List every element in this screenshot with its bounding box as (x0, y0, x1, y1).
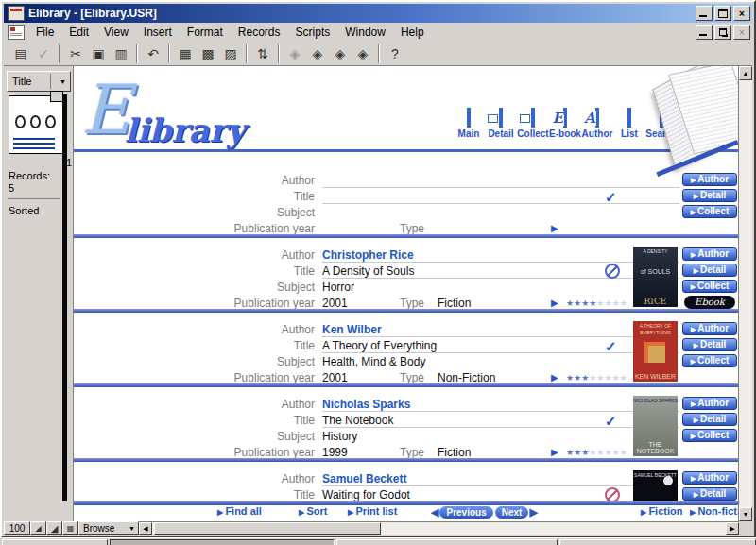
help-icon[interactable]: ? (384, 43, 406, 64)
collect-button[interactable]: Collect (682, 280, 737, 293)
layout-selector[interactable]: Title ▼ (7, 71, 71, 92)
sort-icon[interactable]: ⇅ (251, 43, 274, 64)
script-icon-3[interactable]: ◈ (329, 43, 352, 64)
maximize-button[interactable] (714, 6, 731, 21)
script-icon-4[interactable]: ◈ (352, 43, 374, 64)
title-value[interactable]: Waiting for Godot (322, 488, 410, 502)
print-list-link[interactable]: Print list (348, 505, 397, 517)
zoom-level[interactable]: 100 (4, 521, 30, 535)
book-cover[interactable]: A DENSITYof SOULSRICE (633, 247, 678, 307)
year-value[interactable]: 2001 (322, 297, 348, 310)
author-value[interactable]: Nicholas Sparks (322, 398, 410, 411)
menu-edit[interactable]: Edit (61, 24, 96, 41)
type-value[interactable]: Non-Fiction (438, 371, 495, 384)
subject-value[interactable]: Health, Mind & Body (322, 355, 425, 368)
rating-arrow-icon[interactable]: ▶ (551, 447, 558, 457)
author-button[interactable]: Author (682, 247, 737, 261)
scroll-right-icon[interactable]: ▶ (726, 522, 739, 535)
child-minimize-button[interactable] (696, 25, 713, 40)
taskbar-button[interactable] (2, 539, 108, 545)
nav-item-author[interactable]: AAuthor (581, 110, 613, 139)
detail-button[interactable]: Detail (682, 487, 737, 501)
sort-status[interactable]: Sorted (9, 205, 39, 216)
scroll-up-icon[interactable]: ▲ (739, 66, 752, 80)
child-restore-button[interactable] (714, 25, 731, 40)
vertical-scrollbar[interactable]: ▲ ▼ (738, 66, 752, 521)
author-value[interactable]: Samuel Beckett (322, 472, 406, 485)
nav-item-detail[interactable]: Detail (485, 110, 517, 139)
rating-arrow-icon[interactable]: ▶ (551, 223, 558, 233)
author-button[interactable]: Author (682, 322, 737, 335)
collect-button[interactable]: Collect (682, 429, 737, 442)
non-fiction-link[interactable]: Non-fiction (690, 505, 739, 517)
collect-button[interactable]: Collect (682, 354, 737, 367)
zoom-in-icon[interactable]: ◢ (46, 521, 62, 535)
title-bar[interactable]: Elibrary - [Elibrary.USR] × (4, 4, 752, 23)
rating-stars[interactable]: ★★★★★★★★ (566, 298, 627, 308)
rating-arrow-icon[interactable]: ▶ (551, 298, 558, 308)
hscroll-thumb[interactable] (154, 522, 381, 535)
duplicate-record-icon[interactable]: ▩ (197, 43, 219, 64)
new-record-icon[interactable]: ▦ (174, 43, 197, 64)
status-area-toggle-icon[interactable]: ▦ (62, 521, 78, 535)
copy-icon[interactable]: ▣ (87, 43, 110, 64)
title-value[interactable]: A Theory of Everything (322, 339, 437, 352)
book-cover[interactable]: NICHOLAS SPARKSTHE NOTEBOOK (633, 396, 678, 456)
taskbar-button-active[interactable] (110, 539, 335, 545)
detail-button[interactable]: Detail (682, 413, 737, 426)
menu-window[interactable]: Window (337, 24, 393, 41)
menu-format[interactable]: Format (180, 24, 231, 41)
menu-records[interactable]: Records (231, 24, 288, 41)
nav-item-e-book[interactable]: EE-book (549, 110, 581, 139)
script-icon-1[interactable]: ◈ (284, 43, 306, 64)
mode-selector[interactable]: Browse ▼ (78, 521, 139, 535)
undo-icon[interactable]: ↶ (142, 43, 164, 64)
minimize-button[interactable] (696, 6, 713, 21)
flipbook-navigator[interactable]: 1 (9, 95, 63, 154)
cut-icon[interactable]: ✂ (64, 43, 87, 64)
menu-file[interactable]: File (28, 24, 61, 41)
subject-value[interactable]: History (322, 430, 357, 443)
author-button[interactable]: Author (682, 173, 737, 186)
nav-item-list[interactable]: List (613, 110, 645, 139)
menu-view[interactable]: View (96, 24, 136, 41)
fiction-link[interactable]: Fiction (641, 505, 682, 517)
nav-item-main[interactable]: Main (453, 110, 485, 139)
delete-record-icon[interactable]: ▨ (219, 43, 242, 64)
subject-value[interactable]: Horror (322, 281, 354, 294)
taskbar-button[interactable] (559, 539, 756, 545)
find-all-link[interactable]: Find all (217, 505, 262, 517)
scroll-down-icon[interactable]: ▼ (739, 507, 752, 521)
previous-arrow-icon[interactable]: ◀ (431, 506, 438, 519)
menu-insert[interactable]: Insert (136, 24, 180, 41)
paste-icon[interactable]: ▥ (110, 43, 132, 64)
script-icon-2[interactable]: ◈ (306, 43, 329, 64)
taskbar-button[interactable] (336, 539, 558, 545)
document-icon[interactable] (8, 25, 25, 40)
rating-arrow-icon[interactable]: ▶ (551, 372, 558, 383)
type-value[interactable]: Fiction (438, 446, 471, 459)
menu-scripts[interactable]: Scripts (288, 24, 338, 41)
detail-button[interactable]: Detail (682, 189, 737, 202)
previous-button[interactable]: Previous (439, 506, 492, 519)
collect-button[interactable]: Collect (682, 205, 737, 218)
next-arrow-icon[interactable]: ▶ (529, 506, 537, 519)
spellcheck-icon[interactable]: ✓ (32, 43, 55, 64)
rating-stars[interactable]: ★★★★★★★★ (566, 373, 627, 383)
close-button[interactable]: × (733, 6, 750, 21)
detail-button[interactable]: Detail (682, 264, 737, 277)
sort-link[interactable]: Sort (299, 505, 327, 517)
next-button[interactable]: Next (495, 506, 529, 519)
year-value[interactable]: 1999 (322, 446, 348, 459)
detail-button[interactable]: Detail (682, 338, 737, 351)
author-button[interactable]: Author (682, 397, 737, 410)
author-button[interactable]: Author (682, 471, 737, 485)
resize-grip[interactable] (739, 521, 752, 535)
zoom-out-icon[interactable]: ◢ (30, 521, 46, 535)
year-value[interactable]: 2001 (322, 371, 348, 384)
scroll-left-icon[interactable]: ◀ (139, 522, 152, 535)
nav-item-collect[interactable]: Collect (517, 110, 549, 139)
title-value[interactable]: A Density of Souls (322, 264, 414, 278)
book-cover[interactable]: A THEORY OF EVERYTHINGKEN WILBER (633, 321, 678, 382)
print-icon[interactable]: ▤ (9, 43, 32, 64)
